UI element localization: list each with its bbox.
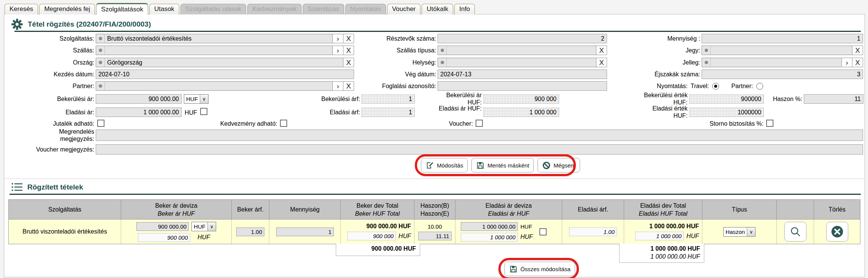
row-search-button[interactable] [784,222,806,242]
bekerulesi-deviza-select[interactable]: HUF ∨ [184,94,209,104]
bullet-icon [96,46,105,55]
partner-field: › X [96,81,354,91]
ejszakak-input[interactable]: 3 [702,70,863,79]
tab-megrendeles-fej[interactable]: Megrendelés fej [39,4,95,14]
tab-voucher[interactable]: Voucher [387,4,421,14]
helyseg-input[interactable] [447,58,596,67]
storno-biztositas-checkbox[interactable] [766,120,773,127]
col-header-eladasi-arf: Eladási árf. [562,200,624,220]
orszag-clear-button[interactable]: X [343,58,354,67]
eladasi-deviza-checkbox[interactable] [200,108,207,115]
orszag-input[interactable]: Görögország [105,58,343,67]
row-haszon-b-value: 10.00 [428,223,442,230]
jegy-clear-button[interactable]: X [852,46,863,55]
szallas-tipusa-input[interactable] [447,46,596,55]
row-beker-ar-input[interactable]: 900 000.00 [136,222,189,231]
tab-szolgaltatas-utasok: Szolgáltatás utasok [180,4,246,14]
eladasi-ar-huf-input: 1 000 000 [483,107,559,117]
page-title: Tétel rögzítés (202407/FIA/200/0003) [28,20,151,28]
tab-info[interactable]: Info [454,4,475,14]
row-haszon-cell: 10.00 11.11 [414,220,455,244]
tab-utokalk[interactable]: Utókalk [422,4,453,14]
modositas-button[interactable]: Módosítás [421,158,468,172]
chevron-down-icon: ∨ [747,227,755,236]
tab-szamlazas: Számlázás [303,4,344,14]
helyseg-clear-button[interactable]: X [596,58,607,67]
nyomtatas-partner-radio[interactable] [756,83,763,90]
jelleg-label: Jelleg: [623,58,700,67]
szolgaltatas-clear-button[interactable]: X [343,34,354,43]
szallas-input[interactable] [105,46,332,55]
voucher-megjegyzes-input[interactable] [96,144,863,155]
jelleg-open-button[interactable]: › [841,58,852,67]
eladasi-deviza-label: HUF [185,109,197,116]
mennyiseg-input[interactable]: 1 [702,34,863,43]
row-delete-button[interactable] [826,222,848,242]
szallas-clear-button[interactable]: X [343,46,354,55]
jelleg-field: › X [702,58,863,67]
bullet-icon [438,46,447,55]
nyomtatas-travel-radio[interactable] [712,83,719,90]
voucher-megjegyzes-label: Voucher megjegyzés: [23,145,94,154]
col-header-szolgaltatas: Szolgáltatás [9,200,121,220]
bullet-icon [96,82,105,90]
jegy-label: Jegy: [623,46,700,55]
haszon-szazalek-input[interactable]: 11 [804,94,863,104]
ejszakak-label: Éjszakák száma: [623,70,700,79]
row-tipus-select[interactable]: Haszon ∨ [723,227,756,237]
items-section-header: Rögzített tételek [11,182,83,192]
szolgaltatas-input[interactable]: Bruttó viszonteladói értékesítés [105,34,332,43]
partner-open-button[interactable]: › [332,82,343,90]
tab-kereses[interactable]: Keresés [5,4,38,14]
bullet-icon [96,58,105,67]
row-beker-arf-input[interactable]: 1.00 [236,227,264,236]
eladasi-arf-input: 1 [361,107,415,117]
row-beker-huf-total-input: 900 000 [347,232,396,240]
row-eladasi-huf-total-unit: HUF [686,233,699,240]
tab-szolgaltatasok[interactable]: Szolgáltatások [96,3,148,15]
row-beker-deviza-select[interactable]: HUF ∨ [191,222,216,231]
szolgaltatas-field: Bruttó viszonteladói értékesítés › X [96,34,354,43]
col-header-beker-arf: Beker árf. [232,200,269,220]
szallas-open-button[interactable]: › [332,46,343,55]
kezdes-datum-input[interactable]: 2024-07-10 [96,70,354,79]
mentes-maskent-button[interactable]: Mentés másként [471,158,534,172]
row-search-cell [777,220,814,244]
voucher-checkbox[interactable] [476,120,483,127]
jelleg-clear-button[interactable]: X [852,58,863,67]
osszes-modositasa-label: Összes módosítása [520,266,571,272]
cancel-icon [542,161,551,170]
jegy-input[interactable] [711,46,852,55]
section-separator [5,178,864,179]
row-eladasi-arf-input: 1.00 [569,227,617,236]
foglalasi-azonosito-input[interactable] [438,81,607,91]
veg-datum-input[interactable]: 2024-07-13 [438,70,607,79]
row-eladasi-ar-input[interactable]: 1 000 000.00 [461,222,518,231]
partner-input[interactable] [105,82,332,90]
bekerulesi-ar-input[interactable]: 900 000.00 [96,94,182,104]
row-eladasi-checkbox[interactable] [539,228,547,235]
resztvevok-input[interactable]: 2 [438,34,607,43]
items-section-title: Rögzített tételek [27,183,83,191]
megsem-button[interactable]: Mégsem [538,158,580,172]
kedvezmeny-adhato-checkbox[interactable] [280,120,287,127]
szallas-label: Szállás: [11,46,94,55]
gear-icon [11,19,23,30]
megrendeles-megjegyzes-label: Megrendelés megjegyzés: [45,128,94,142]
eladasi-dev-total-sum-value: 1 000 000.00 HUF [623,245,700,253]
eladasi-ar-input[interactable]: 1 000 000.00 [96,107,182,117]
chevron-down-icon: ∨ [200,95,208,103]
row-tipus-cell: Haszon ∨ [702,220,777,244]
row-mennyiseg-cell: 1 [269,220,341,244]
row-mennyiseg-input[interactable]: 1 [276,227,334,236]
row-haszon-e-input[interactable]: 11.11 [418,232,452,240]
szallas-tipusa-clear-button[interactable]: X [596,46,607,55]
jutalek-adhato-checkbox[interactable] [97,120,104,127]
tab-utasok[interactable]: Utasok [149,4,179,14]
partner-clear-button[interactable]: X [343,82,354,90]
jelleg-input[interactable] [711,58,841,67]
szolgaltatas-open-button[interactable]: › [332,34,343,43]
megrendeles-megjegyzes-input[interactable] [96,130,863,141]
osszes-modositasa-button[interactable]: Összes módosítása [504,262,575,276]
szallas-tipusa-label: Szállás típusa: [357,46,436,55]
